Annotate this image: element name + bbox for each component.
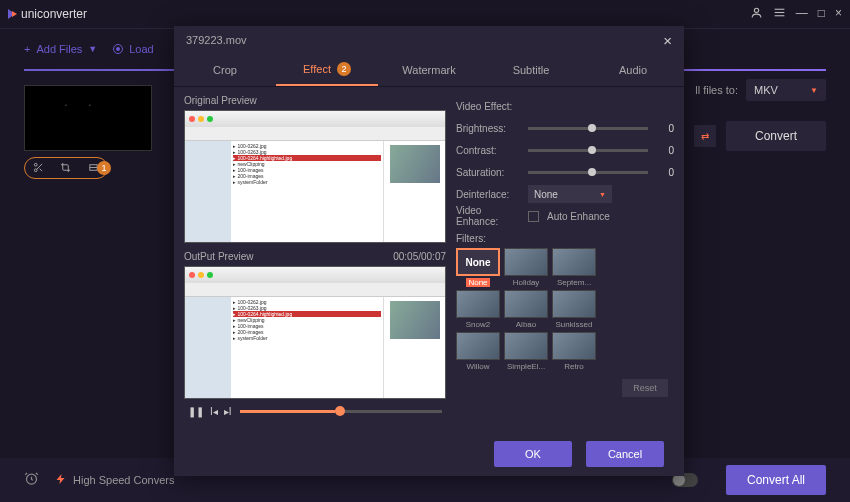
modal-header: 379223.mov × [174, 26, 684, 54]
original-preview: ▸ 100-0262.jpg▸ 100-0263.jpg▸ 100-0264.h… [184, 110, 446, 243]
contrast-slider[interactable] [528, 149, 648, 152]
deinterlace-label: Deinterlace: [456, 189, 520, 200]
output-format-value: MKV [754, 84, 778, 96]
filter-sunkissed[interactable]: Sunkissed [552, 290, 596, 329]
video-effect-heading: Video Effect: [456, 101, 520, 112]
load-label: Load [129, 43, 153, 55]
add-files-button[interactable]: + Add Files ▼ [24, 43, 97, 55]
maximize-button[interactable]: □ [818, 6, 825, 22]
brightness-slider[interactable] [528, 127, 648, 130]
convert-all-button[interactable]: Convert All [726, 465, 826, 495]
filter-retro[interactable]: Retro [552, 332, 596, 371]
app-logo-icon [8, 9, 15, 19]
output-format-select[interactable]: MKV ▼ [746, 79, 826, 101]
video-thumbnail[interactable] [24, 85, 152, 151]
svg-line-7 [40, 168, 43, 171]
tab-subtitle[interactable]: Subtitle [480, 54, 582, 86]
menu-icon[interactable] [773, 6, 786, 22]
file-card: 1 [24, 79, 154, 179]
cancel-button[interactable]: Cancel [586, 441, 664, 467]
callout-badge-1: 1 [97, 161, 111, 175]
output-preview-label: OutPut Preview [184, 251, 253, 262]
chevron-down-icon: ▼ [810, 86, 818, 95]
filter-holiday[interactable]: Holiday [504, 248, 548, 287]
next-frame-button[interactable]: ▸I [224, 406, 232, 417]
modal-filename: 379223.mov [186, 34, 247, 46]
lightning-icon [55, 473, 67, 488]
callout-badge-2: 2 [337, 62, 351, 76]
tab-audio[interactable]: Audio [582, 54, 684, 86]
output-label-suffix: ll files to: [695, 84, 738, 96]
convert-button[interactable]: Convert [726, 121, 826, 151]
svg-point-5 [35, 168, 38, 171]
saturation-value: 0 [656, 167, 674, 178]
filter-snow2[interactable]: Snow2 [456, 290, 500, 329]
filter-grid: NoneNone Holiday Septem... Snow2 Aibao S… [456, 248, 674, 371]
auto-enhance-checkbox[interactable] [528, 211, 539, 222]
close-icon[interactable]: × [663, 32, 672, 49]
saturation-label: Saturation: [456, 167, 520, 178]
load-button[interactable]: Load [113, 43, 153, 55]
svg-point-4 [35, 163, 38, 166]
seek-track[interactable] [240, 410, 442, 413]
original-preview-label: Original Preview [184, 95, 257, 106]
preview-timeline: ❚❚ I◂ ▸I [184, 399, 446, 424]
filter-aibao[interactable]: Aibao [504, 290, 548, 329]
prev-frame-button[interactable]: I◂ [210, 406, 218, 417]
video-enhance-label: Video Enhance: [456, 205, 520, 227]
filter-september[interactable]: Septem... [552, 248, 596, 287]
tab-watermark[interactable]: Watermark [378, 54, 480, 86]
ok-button[interactable]: OK [494, 441, 572, 467]
user-icon[interactable] [750, 6, 763, 22]
seek-knob[interactable] [335, 406, 345, 416]
auto-enhance-label: Auto Enhance [547, 211, 610, 222]
output-format-row: ll files to: MKV ▼ [695, 79, 826, 101]
effect-controls: Video Effect: Brightness: 0 Contrast: 0 … [456, 95, 674, 424]
edit-tools-pill: 1 [24, 157, 108, 179]
timecode: 00:05/00:07 [393, 251, 446, 262]
trim-icon[interactable] [33, 162, 44, 175]
app-brand: uniconverter [8, 7, 87, 21]
disc-icon [113, 44, 123, 54]
saturation-slider[interactable] [528, 171, 648, 174]
contrast-value: 0 [656, 145, 674, 156]
tab-crop[interactable]: Crop [174, 54, 276, 86]
swap-button[interactable]: ⇄ [694, 125, 716, 147]
modal-footer: OK Cancel [174, 432, 684, 476]
filter-none[interactable]: NoneNone [456, 248, 500, 287]
filters-label: Filters: [456, 233, 674, 244]
filter-willow[interactable]: Willow [456, 332, 500, 371]
crop-icon[interactable] [60, 162, 71, 175]
chevron-down-icon: ▼ [88, 44, 97, 54]
app-name: uniconverter [21, 7, 87, 21]
contrast-label: Contrast: [456, 145, 520, 156]
reset-button[interactable]: Reset [622, 379, 668, 397]
titlebar: uniconverter — □ × [0, 0, 850, 28]
preview-column: Original Preview ▸ 100-0262.jpg▸ 100-026… [184, 95, 446, 424]
add-files-label: Add Files [36, 43, 82, 55]
svg-point-0 [754, 8, 758, 12]
tab-effect[interactable]: Effect 2 [276, 54, 378, 86]
high-speed-toggle-label: High Speed Convers [55, 473, 175, 488]
deinterlace-select[interactable]: None▼ [528, 185, 612, 203]
filter-simpleelegance[interactable]: SimpleEl... [504, 332, 548, 371]
output-preview: ▸ 100-0262.jpg▸ 100-0263.jpg▸ 100-0264.h… [184, 266, 446, 399]
brightness-label: Brightness: [456, 123, 520, 134]
high-speed-label: High Speed Convers [73, 474, 175, 486]
pause-button[interactable]: ❚❚ [188, 406, 204, 417]
close-button[interactable]: × [835, 6, 842, 22]
effect-modal: 379223.mov × Crop Effect 2 Watermark Sub… [174, 26, 684, 476]
modal-tabs: Crop Effect 2 Watermark Subtitle Audio [174, 54, 684, 87]
brightness-value: 0 [656, 123, 674, 134]
clock-icon[interactable] [24, 471, 39, 489]
minimize-button[interactable]: — [796, 6, 808, 22]
plus-icon: + [24, 43, 30, 55]
